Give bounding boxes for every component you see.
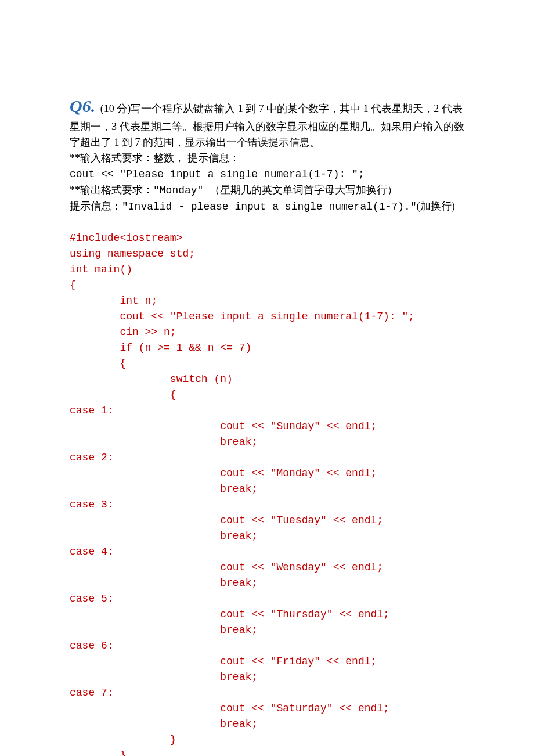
code-line: {: [70, 389, 176, 401]
output-spec-hint-prefix: 提示信息：: [70, 200, 122, 212]
output-spec-example: "Monday": [153, 185, 210, 196]
output-spec-hint-code: "Invalid - please input a single numeral…: [122, 201, 417, 213]
code-line: case 7:: [70, 687, 114, 699]
code-line: }: [70, 750, 126, 756]
code-line: case 4:: [70, 546, 114, 557]
input-spec-code: cout << "Please input a single numeral(1…: [70, 168, 365, 180]
code-line: cout << "Monday" << endl;: [70, 467, 377, 479]
input-spec-prefix: **输入格式要求：整数， 提示信息：: [70, 152, 240, 164]
question-block: Q6. (10 分)写一个程序从键盘输入 1 到 7 中的某个数字，其中 1 代…: [70, 93, 464, 150]
code-line: cout << "Tuesday" << endl;: [70, 514, 383, 526]
output-spec-line-1: **输出格式要求："Monday" （星期几的英文单词首字母大写加换行）: [70, 182, 464, 199]
code-line: int main(): [70, 264, 132, 275]
code-line: break;: [70, 530, 258, 542]
code-line: case 5:: [70, 593, 114, 604]
output-spec-line-2: 提示信息："Invalid - please input a single nu…: [70, 199, 464, 215]
output-spec-note: （星期几的英文单词首字母大写加换行）: [210, 184, 398, 196]
code-line: #include<iostream>: [70, 232, 182, 244]
code-line: {: [70, 279, 76, 291]
question-label: Q6.: [70, 96, 95, 116]
code-line: int n;: [70, 295, 157, 307]
code-line: cin >> n;: [70, 326, 176, 338]
code-line: case 6:: [70, 640, 114, 651]
code-line: case 1:: [70, 405, 114, 416]
code-line: break;: [70, 671, 258, 683]
code-line: }: [70, 734, 176, 746]
code-line: break;: [70, 483, 258, 495]
code-line: cout << "Thursday" << endl;: [70, 609, 389, 620]
code-line: {: [70, 358, 126, 369]
question-points: (10 分): [100, 103, 131, 114]
code-line: break;: [70, 436, 258, 448]
output-spec-hint-suffix: (加换行): [417, 200, 455, 212]
code-line: if (n >= 1 && n <= 7): [70, 342, 251, 354]
code-line: using namespace std;: [70, 248, 195, 260]
code-line: case 3:: [70, 499, 114, 510]
code-line: cout << "Wensday" << endl;: [70, 561, 383, 573]
output-spec-prefix: **输出格式要求：: [70, 184, 153, 196]
document-page: Q6. (10 分)写一个程序从键盘输入 1 到 7 中的某个数字，其中 1 代…: [0, 0, 534, 756]
code-line: case 2:: [70, 452, 114, 463]
code-line: break;: [70, 624, 258, 636]
code-line: cout << "Saturday" << endl;: [70, 703, 389, 714]
code-line: switch (n): [70, 373, 233, 385]
code-line: break;: [70, 718, 258, 730]
code-block: #include<iostream> using namespace std; …: [70, 215, 464, 756]
code-line: cout << "Friday" << endl;: [70, 656, 377, 667]
code-line: cout << "Sunday" << endl;: [70, 420, 377, 432]
code-line: break;: [70, 577, 258, 589]
input-spec: **输入格式要求：整数， 提示信息：cout << "Please input …: [70, 150, 464, 182]
code-line: cout << "Please input a single numeral(1…: [70, 311, 414, 322]
